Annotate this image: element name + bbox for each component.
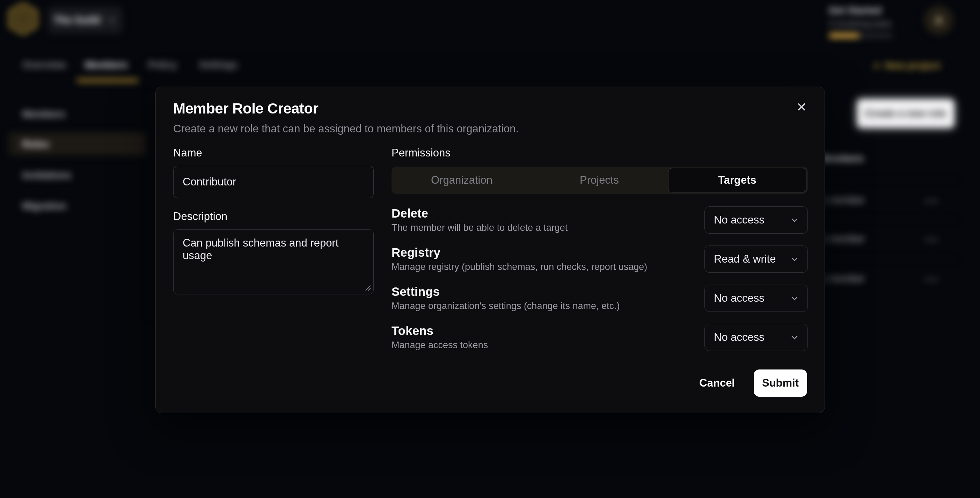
name-input[interactable] [173,166,374,198]
settings-access-select[interactable]: No access [705,285,808,312]
user-avatar[interactable]: A [924,6,953,35]
nav-tab-settings[interactable]: Settings [199,59,237,70]
new-project-link[interactable]: + New project [873,60,940,71]
nav-tab-members[interactable]: Members [85,59,128,70]
nav-tab-overview[interactable]: Overview [22,59,66,70]
resize-grip-icon[interactable] [364,283,371,291]
permission-title: Delete [391,207,568,220]
chevron-down-icon [789,293,800,304]
row-menu-icon[interactable]: ••• [925,234,940,245]
sidebar-divider [150,92,150,320]
permission-row-registry: Registry Manage registry (publish schema… [391,245,808,274]
tab-projects[interactable]: Projects [530,168,668,193]
hive-logo-icon [9,3,37,34]
permission-row-delete: Delete The member will be able to delete… [391,207,808,234]
create-new-role-button[interactable]: Create a new role [857,99,955,128]
permissions-column: Permissions Organization Projects Target… [391,148,808,363]
permission-description: Manage registry (publish schemas, run ch… [391,262,647,272]
avatar-letter: A [935,14,943,27]
table-divider [821,180,958,180]
name-label: Name [173,148,374,158]
org-nav: Overview Members Policy Settings + New p… [0,57,973,84]
sidebar-item-migration[interactable]: Migration [22,200,66,212]
registry-access-select[interactable]: Read & write [705,245,808,273]
dialog-title: Member Role Creator [173,100,318,117]
cancel-button[interactable]: Cancel [699,377,735,390]
sidebar-item-members[interactable]: Members [22,108,65,120]
topbar: The Guild Get Started 4 remaining tasks … [0,0,973,46]
selected-value: No access [714,292,765,304]
sidebar-item-roles[interactable]: Roles [22,138,49,150]
submit-button[interactable]: Submit [754,369,807,397]
permission-row-tokens: Tokens Manage access tokens No access [391,324,808,352]
tab-targets[interactable]: Targets [668,168,807,193]
permission-row-settings: Settings Manage organization's settings … [391,285,808,313]
permission-title: Tokens [391,324,488,338]
role-row-members-count: 1 member [821,273,865,284]
delete-access-select[interactable]: No access [705,207,808,234]
org-switcher-button[interactable]: The Guild [48,6,122,33]
dialog-footer: Cancel Submit [699,369,807,397]
chevron-down-icon [789,215,800,225]
permission-description: The member will be able to delete a targ… [391,223,568,233]
selected-value: Read & write [714,253,776,266]
dialog-subtitle: Create a new role that can be assigned t… [173,123,519,135]
permission-title: Settings [391,285,620,299]
role-row-members-count: 1 member [821,233,865,245]
role-row-members-count: 1 member [821,194,865,206]
members-column-heading: Members [821,153,864,164]
selected-value: No access [714,331,765,344]
selected-value: No access [714,214,765,226]
progress-fill [829,33,859,38]
get-started-subtitle: 4 remaining tasks [829,19,895,29]
tab-organization[interactable]: Organization [393,168,530,193]
get-started-progress-track [829,33,893,38]
permissions-tablist: Organization Projects Targets [391,167,808,194]
active-tab-underline [76,79,138,83]
member-role-creator-dialog: ✕ Member Role Creator Create a new role … [156,87,825,413]
sidebar-item-invitations[interactable]: Invitations [22,170,71,181]
permissions-label: Permissions [391,148,808,158]
close-icon[interactable]: ✕ [792,98,811,116]
new-project-label: New project [885,60,940,71]
row-menu-icon[interactable]: ••• [925,274,940,285]
chevron-down-icon [789,332,800,343]
permission-title: Registry [391,245,647,259]
role-form-left-column: Name Description [173,148,374,294]
table-divider [821,258,958,259]
description-textarea[interactable] [173,229,374,294]
chevron-down-icon [789,254,800,264]
permission-description: Manage access tokens [391,340,488,351]
nav-tab-policy[interactable]: Policy [148,59,177,70]
plus-icon: + [873,61,880,70]
tokens-access-select[interactable]: No access [705,324,808,351]
permission-description: Manage organization's settings (change i… [391,301,620,312]
row-menu-icon[interactable]: ••• [925,196,940,207]
chevron-down-icon [107,16,116,25]
org-name: The Guild [54,14,100,26]
permission-rows: Delete The member will be able to delete… [391,207,808,352]
get-started-widget[interactable]: Get Started 4 remaining tasks [829,5,895,38]
description-label: Description [173,211,374,222]
get-started-title: Get Started [829,5,895,16]
